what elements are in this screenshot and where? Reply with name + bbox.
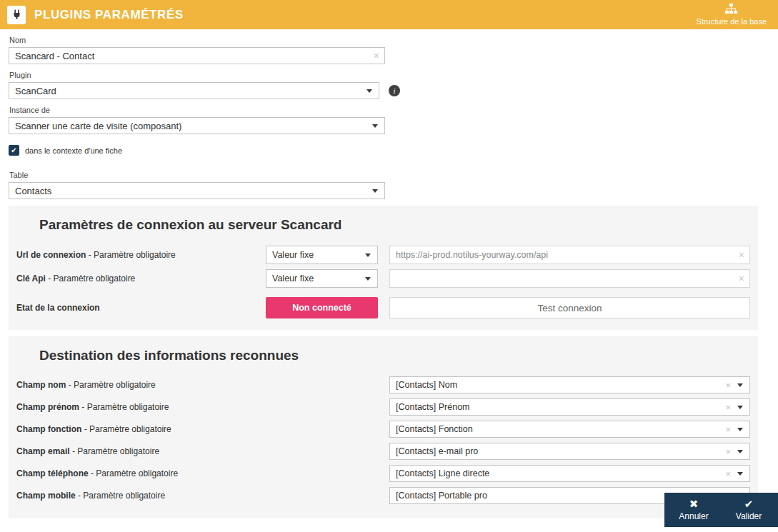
connection-status-label: Etat de la connexion <box>16 303 266 313</box>
champ-telephone-combobox[interactable]: [Contacts] Ligne directe × <box>389 465 750 482</box>
champ-prenom-row: Champ prénom - Paramètre obligatoire [Co… <box>16 398 750 416</box>
main-content: Nom × Plugin ScanCard i Instance de Scan… <box>0 36 778 199</box>
champ-mobile-label-strong: Champ mobile <box>16 491 76 501</box>
champ-prenom-label: Champ prénom - Paramètre obligatoire <box>16 402 389 412</box>
caret-down-icon <box>366 89 372 93</box>
connection-status-row: Etat de la connexion Non connecté Test c… <box>16 297 750 318</box>
champ-nom-value: [Contacts] Nom <box>396 380 725 390</box>
champ-fonction-row: Champ fonction - Paramètre obligatoire [… <box>16 421 750 438</box>
api-key-label-suffix: - Paramètre obligatoire <box>46 273 135 283</box>
champ-mobile-label: Champ mobile - Paramètre obligatoire <box>16 491 389 501</box>
table-select[interactable]: Contacts <box>9 182 385 199</box>
clear-icon[interactable]: × <box>374 51 379 61</box>
test-connection-button[interactable]: Test connexion <box>389 297 750 318</box>
sitemap-icon <box>725 4 737 16</box>
check-icon: ✔ <box>744 498 754 509</box>
nom-input[interactable] <box>9 47 385 64</box>
context-checkbox[interactable]: ✔ <box>9 145 19 156</box>
instance-label: Instance de <box>9 106 778 114</box>
caret-down-icon <box>372 189 378 193</box>
destination-panel: Destination des informations reconnues C… <box>9 336 758 518</box>
api-key-label-strong: Clé Api <box>16 273 46 283</box>
champ-telephone-row: Champ téléphone - Paramètre obligatoire … <box>16 465 750 482</box>
footer-actions: ✖ Annuler ✔ Valider <box>664 493 778 527</box>
plugin-label: Plugin <box>9 71 778 79</box>
api-key-mode-select-value: Valeur fixe <box>272 273 314 283</box>
context-checkbox-row: ✔ dans le contexte d'une fiche <box>9 145 778 156</box>
api-key-mode-select[interactable]: Valeur fixe <box>266 269 378 288</box>
champ-email-label-strong: Champ email <box>16 446 70 456</box>
url-mode-select[interactable]: Valeur fixe <box>266 246 378 264</box>
plug-icon <box>7 6 26 24</box>
champ-fonction-label-suffix: - Paramètre obligatoire <box>81 424 171 434</box>
api-key-row: Clé Api - Paramètre obligatoire Valeur f… <box>16 269 750 288</box>
caret-down-icon <box>372 124 378 128</box>
clear-icon[interactable]: × <box>725 403 731 412</box>
structure-de-la-base-button[interactable]: Structure de la base <box>697 4 771 26</box>
caret-down-icon <box>737 450 743 453</box>
champ-prenom-combobox[interactable]: [Contacts] Prénom × <box>389 398 750 416</box>
champ-email-label: Champ email - Paramètre obligatoire <box>16 446 389 456</box>
url-input[interactable] <box>389 246 750 264</box>
champ-email-row: Champ email - Paramètre obligatoire [Con… <box>16 443 750 460</box>
annuler-label: Annuler <box>679 511 708 521</box>
info-icon[interactable]: i <box>389 85 400 96</box>
annuler-button[interactable]: ✖ Annuler <box>668 498 719 521</box>
header: PLUGINS PARAMÉTRÉS Structure de la base <box>0 0 778 29</box>
clear-icon[interactable]: × <box>739 250 744 260</box>
instance-select[interactable]: Scanner une carte de visite (composant) <box>9 117 385 134</box>
champ-prenom-label-suffix: - Paramètre obligatoire <box>79 402 169 412</box>
champ-nom-row: Champ nom - Paramètre obligatoire [Conta… <box>16 376 750 393</box>
destination-panel-title: Destination des informations reconnues <box>39 348 750 363</box>
champ-fonction-label-strong: Champ fonction <box>16 424 81 434</box>
api-key-label: Clé Api - Paramètre obligatoire <box>16 273 266 283</box>
api-key-input[interactable] <box>389 269 750 288</box>
champ-telephone-label-strong: Champ téléphone <box>16 468 89 478</box>
url-label-strong: Url de connexion <box>16 250 86 260</box>
champ-prenom-value: [Contacts] Prénom <box>396 402 725 412</box>
champ-fonction-combobox[interactable]: [Contacts] Fonction × <box>389 421 750 438</box>
champ-mobile-row: Champ mobile - Paramètre obligatoire [Co… <box>16 487 750 504</box>
champ-prenom-label-strong: Champ prénom <box>16 402 79 412</box>
url-field: × <box>389 246 750 264</box>
url-label-suffix: - Paramètre obligatoire <box>86 250 175 260</box>
caret-down-icon <box>365 254 371 257</box>
champ-nom-label-suffix: - Paramètre obligatoire <box>66 380 155 390</box>
checkmark-icon: ✔ <box>11 147 16 154</box>
page-title: PLUGINS PARAMÉTRÉS <box>34 8 184 22</box>
champ-nom-combobox[interactable]: [Contacts] Nom × <box>389 376 750 393</box>
valider-label: Valider <box>736 511 762 521</box>
nom-label: Nom <box>9 36 778 44</box>
valider-button[interactable]: ✔ Valider <box>723 498 774 521</box>
clear-icon[interactable]: × <box>725 447 731 456</box>
cross-icon: ✖ <box>689 498 699 509</box>
clear-icon[interactable]: × <box>725 425 731 434</box>
champ-telephone-label: Champ téléphone - Paramètre obligatoire <box>16 468 389 478</box>
plugin-select-value: ScanCard <box>15 86 56 96</box>
url-row: Url de connexion - Paramètre obligatoire… <box>16 246 750 264</box>
champ-fonction-label: Champ fonction - Paramètre obligatoire <box>16 424 389 434</box>
caret-down-icon <box>737 472 743 476</box>
table-select-value: Contacts <box>15 186 51 196</box>
plugin-select[interactable]: ScanCard <box>9 82 379 99</box>
clear-icon[interactable]: × <box>725 469 731 478</box>
champ-fonction-value: [Contacts] Fonction <box>396 424 725 434</box>
clear-icon[interactable]: × <box>725 381 731 390</box>
connection-panel-title: Paramètres de connexion au serveur Scanc… <box>39 217 750 233</box>
api-key-field: × <box>389 269 750 288</box>
table-label: Table <box>9 171 778 179</box>
champ-email-combobox[interactable]: [Contacts] e-mail pro × <box>389 443 750 460</box>
caret-down-icon <box>365 277 371 281</box>
champ-email-label-suffix: - Paramètre obligatoire <box>70 446 159 456</box>
caret-down-icon <box>737 406 743 409</box>
caret-down-icon <box>737 383 743 387</box>
url-label: Url de connexion - Paramètre obligatoire <box>16 250 266 260</box>
champ-mobile-label-suffix: - Paramètre obligatoire <box>76 491 165 501</box>
champ-telephone-label-suffix: - Paramètre obligatoire <box>89 468 178 478</box>
url-mode-select-value: Valeur fixe <box>272 250 314 260</box>
clear-icon[interactable]: × <box>739 273 744 283</box>
champ-telephone-value: [Contacts] Ligne directe <box>396 468 725 478</box>
caret-down-icon <box>737 428 743 431</box>
structure-label: Structure de la base <box>697 17 767 26</box>
champ-nom-label: Champ nom - Paramètre obligatoire <box>16 380 389 390</box>
